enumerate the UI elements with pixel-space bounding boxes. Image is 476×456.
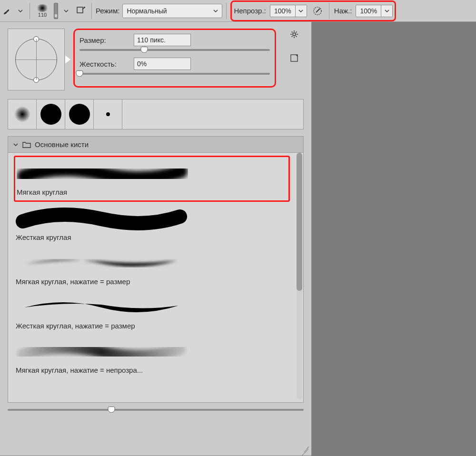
new-preset-icon[interactable] — [290, 54, 298, 64]
divider — [226, 3, 227, 19]
recent-brush-4[interactable] — [94, 99, 122, 129]
opacity-flow-highlight: Непрозр.: 100% Наж.: 100% — [230, 0, 396, 21]
svg-rect-3 — [291, 55, 298, 61]
blend-mode-label: Режим: — [96, 7, 119, 15]
svg-rect-0 — [77, 7, 83, 13]
hardness-slider[interactable] — [79, 73, 270, 75]
brush-list: Основные кисти Мягкая круглаяЖесткая кру… — [8, 136, 304, 403]
brush-size-value: 110 — [38, 12, 47, 18]
size-input[interactable]: 110 пикс. — [134, 34, 191, 46]
opacity-input[interactable]: 100% — [270, 5, 296, 17]
zoom-slider-thumb[interactable] — [108, 406, 115, 413]
brush-size-dropdown[interactable] — [54, 3, 58, 19]
size-slider-thumb[interactable] — [141, 47, 148, 53]
options-toolbar: 110 Режим: Нормальный Непрозр.: 100% Наж… — [0, 0, 476, 22]
folder-name: Основные кисти — [35, 140, 89, 149]
brush-item-4[interactable]: Мягкая круглая, нажатие = непрозра... — [14, 335, 290, 379]
brush-size-chevron[interactable] — [61, 6, 71, 16]
blend-mode-select[interactable]: Нормальный — [122, 4, 222, 18]
brush-item-1[interactable]: Жесткая круглая — [14, 202, 290, 246]
brush-angle-widget[interactable] — [8, 29, 65, 90]
tool-dropdown-chevron[interactable] — [15, 6, 26, 16]
brush-item-3[interactable]: Жесткая круглая, нажатие = размер — [14, 290, 290, 335]
brush-list-scrollbar[interactable] — [297, 153, 302, 399]
recent-brush-empty — [122, 99, 303, 129]
brush-preview-button[interactable]: 110 — [34, 4, 51, 18]
divider — [329, 3, 329, 19]
hardness-label: Жесткость: — [79, 60, 127, 68]
opacity-label: Непрозр.: — [234, 7, 266, 15]
preview-zoom-slider[interactable] — [8, 406, 304, 413]
recent-brushes-row — [8, 99, 304, 129]
brush-item-label: Жесткая круглая — [16, 233, 288, 241]
divider — [91, 3, 92, 19]
flow-input[interactable]: 100% — [356, 5, 381, 17]
pressure-opacity-toggle[interactable] — [311, 4, 324, 18]
folder-icon — [22, 141, 31, 148]
size-slider[interactable] — [79, 49, 270, 51]
chevron-down-icon — [13, 142, 19, 148]
divider — [30, 3, 30, 19]
brush-item-label: Мягкая круглая — [17, 188, 287, 196]
angle-handle-bottom[interactable] — [33, 77, 39, 83]
brush-item-0[interactable]: Мягкая круглая — [14, 156, 290, 202]
recent-brush-2[interactable] — [37, 99, 65, 129]
canvas-area[interactable] — [312, 41, 476, 456]
angle-handle-top[interactable] — [33, 36, 39, 42]
recent-brush-1[interactable] — [8, 99, 37, 129]
brush-blur-preview — [36, 4, 49, 12]
brush-folder-header[interactable]: Основные кисти — [8, 137, 303, 153]
workspace: Размер: 110 пикс. Жесткость: 0% — [0, 22, 476, 456]
brush-item-label: Мягкая круглая, нажатие = непрозра... — [16, 366, 288, 374]
brush-item-label: Жесткая круглая, нажатие = размер — [16, 322, 288, 330]
brush-tool-icon[interactable] — [2, 6, 12, 16]
brush-settings-toggle[interactable] — [74, 4, 88, 18]
hardness-slider-thumb[interactable] — [76, 70, 83, 77]
flow-dropdown[interactable] — [381, 5, 393, 17]
recent-brush-3[interactable] — [65, 99, 94, 129]
brush-item-label: Мягкая круглая, нажатие = размер — [16, 278, 288, 286]
brush-preset-panel: Размер: 110 пикс. Жесткость: 0% — [0, 22, 312, 456]
opacity-dropdown[interactable] — [296, 5, 307, 17]
size-label: Размер: — [79, 36, 127, 44]
gear-icon[interactable] — [289, 30, 299, 40]
brush-item-2[interactable]: Мягкая круглая, нажатие = размер — [14, 246, 290, 290]
scrollbar-thumb[interactable] — [297, 153, 302, 291]
size-hardness-highlight: Размер: 110 пикс. Жесткость: 0% — [73, 29, 276, 88]
flow-label: Наж.: — [334, 7, 352, 15]
flow-input-group: 100% — [356, 5, 393, 17]
hardness-input[interactable]: 0% — [134, 58, 191, 70]
angle-arrow[interactable] — [65, 55, 71, 64]
opacity-input-group: 100% — [270, 5, 307, 17]
blend-mode-value: Нормальный — [127, 7, 167, 15]
svg-point-2 — [293, 33, 296, 36]
panel-resize-grip[interactable] — [301, 445, 309, 454]
